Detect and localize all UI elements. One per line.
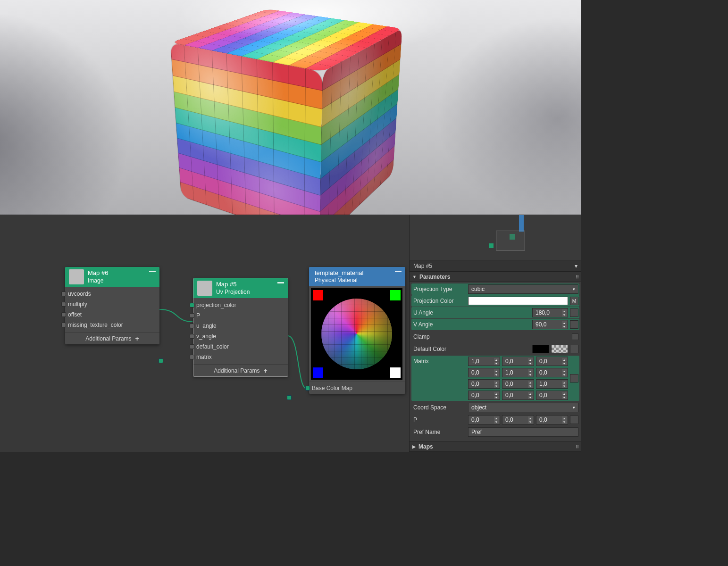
map-slot-button[interactable]: [570, 416, 578, 424]
matrix-spinner[interactable]: 0,0▴▾: [502, 379, 534, 389]
default-color-alpha-swatch[interactable]: [551, 345, 568, 353]
node-header[interactable]: Map #5 Uv Projection: [193, 278, 288, 298]
map-selector-dropdown[interactable]: Map #5 ▾: [410, 260, 581, 272]
node-subtitle: Image: [88, 277, 108, 284]
coord-space-dropdown[interactable]: object ▾: [468, 403, 578, 412]
arrow-down-icon[interactable]: ▾: [494, 384, 499, 388]
additional-params-label: Additional Params: [85, 335, 131, 342]
collapse-icon[interactable]: [149, 271, 156, 272]
node-graph-canvas[interactable]: Map #6 Image uvcoords multiply offset mi…: [0, 215, 409, 452]
matrix-spinner[interactable]: 0,0▴▾: [468, 379, 500, 389]
arrow-down-icon[interactable]: ▾: [528, 362, 533, 365]
default-color-swatch[interactable]: [532, 345, 549, 353]
viewport[interactable]: [0, 0, 581, 215]
node-uv-projection[interactable]: Map #5 Uv Projection projection_color P …: [193, 278, 288, 376]
input-socket[interactable]: [61, 302, 66, 307]
rollout-maps-header[interactable]: ▶ Maps ⠿: [410, 441, 581, 452]
matrix-spinner[interactable]: 0,0▴▾: [536, 357, 568, 366]
node-image[interactable]: Map #6 Image uvcoords multiply offset mi…: [65, 267, 159, 344]
arrow-up-icon[interactable]: ▴: [528, 369, 533, 373]
output-socket[interactable]: [159, 358, 163, 363]
arrow-down-icon[interactable]: ▾: [562, 362, 567, 365]
matrix-spinner[interactable]: 0,0▴▾: [468, 391, 500, 400]
input-socket[interactable]: [61, 291, 66, 296]
pref-name-input[interactable]: Pref: [468, 427, 578, 437]
node-header[interactable]: Map #6 Image: [65, 267, 159, 287]
arrow-down-icon[interactable]: ▾: [528, 384, 533, 388]
matrix-spinner[interactable]: 0,0▴▾: [502, 391, 534, 400]
material-slot-row[interactable]: Base Color Map: [309, 382, 405, 394]
arrow-up-icon[interactable]: ▴: [528, 416, 533, 420]
arrow-up-icon[interactable]: ▴: [494, 392, 499, 395]
arrow-down-icon[interactable]: ▾: [562, 396, 567, 399]
arrow-up-icon[interactable]: ▴: [562, 416, 567, 420]
map-slot-button[interactable]: [570, 345, 578, 353]
minimap[interactable]: [410, 215, 581, 260]
arrow-down-icon[interactable]: ▾: [562, 420, 567, 424]
arrow-down-icon[interactable]: ▾: [562, 373, 567, 376]
projection-color-swatch[interactable]: [468, 297, 568, 305]
arrow-up-icon[interactable]: ▴: [494, 416, 499, 420]
input-socket[interactable]: [190, 355, 194, 359]
arrow-up-icon[interactable]: ▴: [528, 381, 533, 384]
arrow-down-icon[interactable]: ▾: [494, 396, 499, 399]
arrow-up-icon[interactable]: ▴: [562, 358, 567, 361]
matrix-spinner[interactable]: 1,0▴▾: [502, 368, 534, 377]
input-socket[interactable]: [190, 334, 194, 339]
arrow-down-icon[interactable]: ▾: [494, 362, 499, 365]
matrix-spinner[interactable]: 0,0▴▾: [536, 368, 568, 377]
arrow-down-icon[interactable]: ▾: [528, 373, 533, 376]
projection-type-dropdown[interactable]: cubic ▾: [468, 284, 578, 294]
p-spinner[interactable]: 0,0▴▾: [536, 415, 568, 424]
arrow-down-icon[interactable]: ▾: [528, 420, 533, 424]
additional-params-button[interactable]: Additional Params +: [65, 332, 159, 344]
collapse-icon[interactable]: [277, 282, 284, 283]
output-socket[interactable]: [287, 395, 292, 400]
arrow-down-icon[interactable]: ▾: [494, 420, 499, 424]
arrow-down-icon[interactable]: ▾: [562, 313, 567, 316]
matrix-spinner[interactable]: 0,0▴▾: [468, 368, 500, 377]
matrix-spinner[interactable]: 0,0▴▾: [536, 391, 568, 400]
input-value: Pref: [471, 429, 482, 435]
collapse-icon[interactable]: [395, 271, 402, 272]
arrow-up-icon[interactable]: ▴: [562, 309, 567, 313]
p-spinner[interactable]: 0,0▴▾: [468, 415, 500, 424]
arrow-down-icon[interactable]: ▾: [562, 384, 567, 388]
arrow-up-icon[interactable]: ▴: [562, 369, 567, 373]
arrow-down-icon[interactable]: ▾: [494, 373, 499, 376]
input-socket[interactable]: [61, 323, 66, 327]
arrow-up-icon[interactable]: ▴: [494, 358, 499, 361]
rollout-parameters-header[interactable]: ▼ Parameters ⠿: [410, 272, 581, 282]
arrow-up-icon[interactable]: ▴: [528, 358, 533, 361]
matrix-spinner[interactable]: 1,0▴▾: [536, 379, 568, 389]
map-toggle-button[interactable]: M: [570, 297, 578, 305]
dropdown-value: object: [471, 404, 486, 411]
input-socket[interactable]: [190, 303, 194, 308]
arrow-up-icon[interactable]: ▴: [494, 369, 499, 373]
arrow-down-icon[interactable]: ▾: [562, 325, 567, 328]
input-socket[interactable]: [305, 386, 310, 391]
arrow-up-icon[interactable]: ▴: [562, 392, 567, 395]
matrix-spinner[interactable]: 0,0▴▾: [502, 357, 534, 366]
input-socket[interactable]: [61, 312, 66, 317]
node-header[interactable]: template_material Physical Material: [309, 267, 405, 286]
arrow-up-icon[interactable]: ▴: [528, 392, 533, 395]
matrix-spinner[interactable]: 1,0▴▾: [468, 357, 500, 366]
v-angle-spinner[interactable]: 90,0▴▾: [532, 320, 568, 329]
map-slot-button[interactable]: [570, 374, 578, 383]
map-slot-button[interactable]: [570, 320, 578, 329]
input-socket[interactable]: [190, 344, 194, 349]
arrow-up-icon[interactable]: ▴: [494, 381, 499, 384]
node-material[interactable]: template_material Physical Material Base…: [309, 267, 405, 394]
arrow-down-icon[interactable]: ▾: [528, 396, 533, 399]
arrow-up-icon[interactable]: ▴: [562, 381, 567, 384]
input-socket[interactable]: [190, 324, 194, 328]
arrow-up-icon[interactable]: ▴: [562, 321, 567, 325]
p-spinner[interactable]: 0,0▴▾: [502, 415, 534, 424]
grip-icon: ⠿: [576, 275, 578, 280]
additional-params-button[interactable]: Additional Params +: [193, 364, 288, 376]
u-angle-spinner[interactable]: 180,0▴▾: [532, 308, 568, 317]
map-slot-button[interactable]: [570, 308, 578, 317]
input-socket[interactable]: [190, 313, 194, 318]
clamp-checkbox[interactable]: [572, 333, 578, 340]
